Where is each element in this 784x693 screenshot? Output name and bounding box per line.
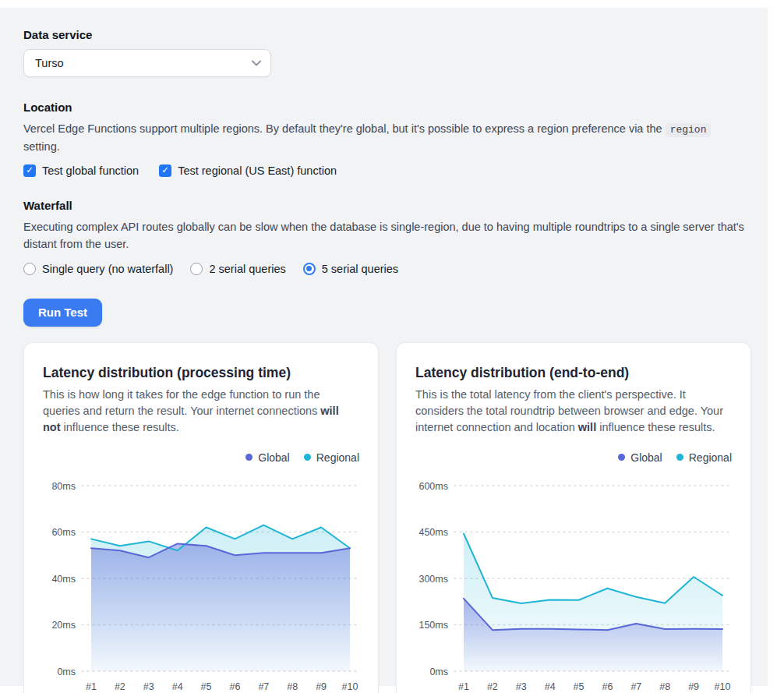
svg-text:#4: #4 [545,681,556,692]
card-description-tail: influence these results. [596,421,715,433]
svg-text:#2: #2 [115,681,125,692]
svg-text:#7: #7 [630,681,641,692]
svg-text:#9: #9 [316,681,327,692]
svg-text:60ms: 60ms [51,527,76,538]
svg-text:#8: #8 [287,681,298,692]
location-description: Vercel Edge Functions support multiple r… [23,120,744,156]
svg-text:600ms: 600ms [418,480,448,491]
svg-text:450ms: 450ms [418,527,448,538]
svg-text:0ms: 0ms [57,666,76,677]
legend-label: Global [258,451,289,464]
location-heading: Location [23,101,744,114]
chart-legend: Global Regional [415,451,732,464]
radio-5-serial-queries[interactable]: 5 serial queries [303,263,398,275]
location-description-tail: setting. [23,140,60,153]
svg-text:#2: #2 [487,681,498,692]
svg-text:#5: #5 [201,681,212,692]
radio-unchecked-icon [23,263,36,275]
svg-text:150ms: 150ms [418,620,448,631]
legend-item-global: Global [618,451,662,464]
app-panel: Data service Turso Location Vercel Edge … [0,8,768,686]
svg-text:#1: #1 [458,681,469,692]
svg-text:#10: #10 [715,681,731,692]
svg-text:#3: #3 [143,681,154,692]
svg-text:300ms: 300ms [418,573,448,584]
svg-text:#9: #9 [688,681,699,692]
card-description: This is the total latency from the clien… [415,387,726,436]
legend-label: Regional [316,451,359,464]
waterfall-heading: Waterfall [23,199,744,212]
radio-label: Single query (no waterfall) [42,263,173,275]
regional-series-dot-icon [676,454,683,461]
radio-label: 5 serial queries [322,263,398,275]
run-test-button[interactable]: Run Test [23,299,102,327]
radio-2-serial-queries[interactable]: 2 serial queries [190,263,285,275]
checkbox-label: Test regional (US East) function [178,164,337,177]
card-latency-end-to-end: Latency distribution (end-to-end) This i… [396,342,751,693]
svg-text:#4: #4 [172,681,183,692]
legend-item-regional: Regional [304,451,359,464]
location-checkbox-group: ✓ Test global function ✓ Test regional (… [23,164,744,177]
latency-end-to-end-chart: 0ms150ms300ms450ms600ms#1#2#3#4#5#6#7#8#… [415,470,735,693]
location-description-text: Vercel Edge Functions support multiple r… [23,122,666,135]
radio-label: 2 serial queries [209,263,285,275]
legend-label: Global [630,451,662,464]
data-service-select[interactable]: Turso [23,49,271,77]
card-title: Latency distribution (processing time) [43,365,359,381]
svg-text:0ms: 0ms [429,666,448,677]
card-title: Latency distribution (end-to-end) [415,365,732,381]
waterfall-description: Executing complex API routes globally ca… [23,218,744,253]
card-description: This is how long it takes for the edge f… [43,387,353,436]
global-series-dot-icon [618,454,625,461]
legend-label: Regional [689,451,732,464]
legend-item-regional: Regional [676,451,732,464]
regional-series-dot-icon [304,454,311,461]
card-description-bold: will [578,421,596,433]
svg-text:#6: #6 [602,681,613,692]
checkbox-checked-icon: ✓ [23,164,36,177]
svg-text:80ms: 80ms [51,480,76,491]
latency-processing-chart: 0ms20ms40ms60ms80ms#1#2#3#4#5#6#7#8#9#10 [43,470,362,693]
global-series-dot-icon [245,454,253,461]
svg-text:#1: #1 [86,681,97,692]
svg-text:#6: #6 [229,681,240,692]
data-service-selected-value: Turso [35,57,64,69]
radio-single-query[interactable]: Single query (no waterfall) [23,263,173,275]
card-latency-processing: Latency distribution (processing time) T… [23,342,379,693]
card-description-tail: influence these results. [61,421,179,433]
card-description-text: This is how long it takes for the edge f… [43,388,320,417]
svg-text:#7: #7 [258,681,269,692]
checkbox-checked-icon: ✓ [159,164,171,177]
radio-unchecked-icon [190,263,203,275]
chart-legend: Global Regional [43,451,359,464]
checkbox-label: Test global function [42,164,139,177]
svg-text:#5: #5 [574,681,584,692]
waterfall-radio-group: Single query (no waterfall) 2 serial que… [23,263,744,275]
radio-checked-icon [303,263,316,275]
svg-text:40ms: 40ms [51,573,76,584]
svg-text:20ms: 20ms [51,620,76,631]
data-service-heading: Data service [23,28,744,41]
chevron-down-icon [252,60,261,66]
charts-row: Latency distribution (processing time) T… [23,342,744,693]
region-code-chip: region [666,123,712,137]
svg-text:#8: #8 [659,681,670,692]
svg-text:#3: #3 [516,681,527,692]
checkbox-test-regional-function[interactable]: ✓ Test regional (US East) function [159,164,337,177]
checkbox-test-global-function[interactable]: ✓ Test global function [23,164,139,177]
svg-text:#10: #10 [342,681,358,692]
legend-item-global: Global [245,451,289,464]
